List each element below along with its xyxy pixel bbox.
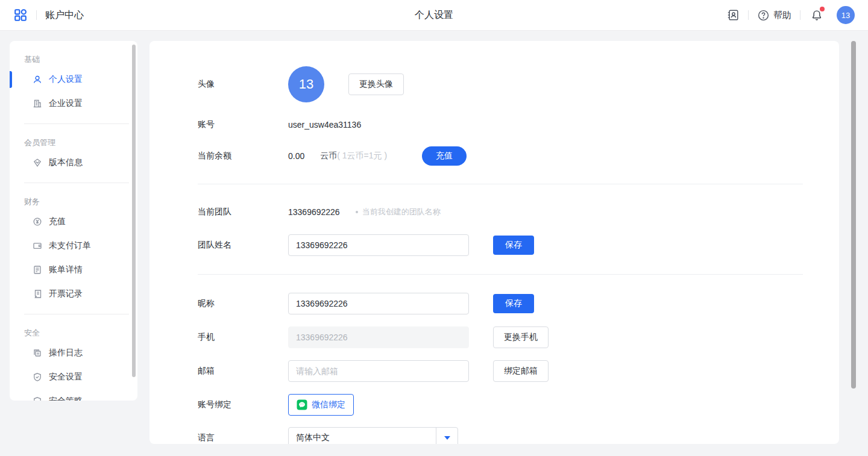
- section-divider: [198, 274, 803, 275]
- wallet-icon: [33, 241, 42, 251]
- receipt-icon: [33, 289, 42, 299]
- section-divider: [198, 184, 803, 184]
- notification-badge: [820, 7, 825, 11]
- balance-value: 0.00: [288, 151, 304, 161]
- shield-check-icon: [33, 372, 42, 382]
- email-label: 邮箱: [198, 366, 288, 376]
- shield-icon: [33, 396, 42, 401]
- page-scrollbar[interactable]: [851, 41, 856, 389]
- avatar-label: 头像: [198, 79, 288, 90]
- sidebar-item-label: 企业设置: [49, 98, 83, 109]
- sidebar-item-operation-log[interactable]: 操作日志: [10, 341, 137, 365]
- page-title: 个人设置: [415, 9, 453, 22]
- account-binding-row: 账号绑定 微信绑定: [198, 394, 803, 416]
- sidebar-item-label: 个人设置: [49, 74, 83, 85]
- sidebar-item-label: 安全策略: [49, 396, 83, 401]
- bill-icon: [33, 265, 42, 275]
- sidebar-section-membership: 会员管理: [24, 137, 137, 148]
- sidebar-item-label: 开票记录: [49, 289, 83, 299]
- team-name-input[interactable]: [288, 234, 469, 256]
- sidebar-item-company-settings[interactable]: 企业设置: [10, 92, 137, 116]
- change-phone-button[interactable]: 更换手机: [493, 326, 549, 348]
- save-nickname-button[interactable]: 保存: [493, 294, 534, 313]
- sidebar-item-security-settings[interactable]: 安全设置: [10, 365, 137, 389]
- bind-email-button[interactable]: 绑定邮箱: [493, 360, 549, 382]
- active-indicator: [10, 71, 12, 88]
- balance-label: 当前余额: [198, 151, 288, 161]
- team-name-label: 团队姓名: [198, 240, 288, 251]
- save-team-name-button[interactable]: 保存: [493, 236, 534, 255]
- contact-book-icon[interactable]: [726, 8, 740, 22]
- wechat-bind-label: 微信绑定: [312, 399, 345, 410]
- balance-row: 当前余额 0.00 云币 ( 1云币=1元 ) 充值: [198, 145, 803, 167]
- select-caret-box: [436, 428, 458, 444]
- app-title: 账户中心: [45, 9, 84, 22]
- nickname-input[interactable]: [288, 293, 469, 314]
- yen-circle-icon: [33, 217, 42, 226]
- language-select[interactable]: 简体中文: [288, 427, 458, 444]
- sidebar-item-recharge[interactable]: 充值: [10, 210, 137, 234]
- notification-bell-icon[interactable]: [810, 8, 823, 22]
- user-avatar[interactable]: 13: [837, 6, 855, 24]
- balance-unit: 云币: [320, 151, 337, 161]
- sidebar-scrollbar[interactable]: [132, 45, 136, 377]
- change-avatar-button[interactable]: 更换头像: [348, 73, 404, 95]
- header-divider: [800, 10, 800, 20]
- sidebar-item-label: 操作日志: [49, 348, 83, 358]
- phone-row: 手机 更换手机: [198, 326, 803, 348]
- sidebar-nav: 基础 个人设置 企业设置 会员管理 版本信息 财务: [10, 41, 137, 401]
- chevron-down-icon: [444, 436, 450, 440]
- sidebar-item-label: 账单详情: [49, 264, 83, 275]
- sidebar-item-security-policy[interactable]: 安全策略: [10, 389, 137, 401]
- sidebar-section-finance: 财务: [24, 196, 137, 207]
- help-button[interactable]: 帮助: [757, 9, 791, 22]
- team-hint-text: 当前我创建的团队名称: [362, 207, 441, 217]
- sidebar-item-invoice-records[interactable]: 开票记录: [10, 282, 137, 306]
- sidebar-item-bill-details[interactable]: 账单详情: [10, 258, 137, 282]
- team-name-row: 团队姓名 保存: [198, 234, 803, 256]
- sidebar-item-personal-settings[interactable]: 个人设置: [10, 67, 137, 92]
- team-label: 当前团队: [198, 207, 288, 217]
- profile-avatar: 13: [288, 66, 324, 102]
- header-actions: 帮助 13: [726, 6, 855, 24]
- sidebar-item-unpaid-orders[interactable]: 未支付订单: [10, 234, 137, 258]
- sidebar-divider: [24, 183, 129, 183]
- building-icon: [33, 99, 42, 108]
- user-icon: [33, 75, 42, 84]
- header-divider: [36, 10, 37, 20]
- header-divider: [748, 10, 749, 20]
- sidebar-divider: [24, 314, 129, 314]
- email-input[interactable]: [288, 360, 469, 382]
- account-row: 账号 user_usw4ea31136: [198, 114, 803, 136]
- avatar-row: 头像 13 更换头像: [198, 66, 803, 102]
- language-label: 语言: [198, 433, 288, 443]
- sidebar-section-basic: 基础: [24, 54, 137, 65]
- sidebar-item-label: 版本信息: [49, 157, 83, 168]
- phone-input: [288, 326, 469, 348]
- team-hint: 当前我创建的团队名称: [356, 207, 441, 217]
- wechat-bind-button[interactable]: 微信绑定: [288, 394, 354, 416]
- sidebar-item-version-info[interactable]: 版本信息: [10, 151, 137, 175]
- sidebar-section-security: 安全: [24, 328, 137, 339]
- sidebar-item-label: 充值: [49, 216, 66, 227]
- app-grid-icon[interactable]: [13, 8, 28, 22]
- team-value: 13369692226: [288, 207, 340, 217]
- gem-tag-icon: [33, 158, 42, 167]
- binding-label: 账号绑定: [198, 399, 288, 410]
- hint-dot: [356, 211, 358, 213]
- wechat-icon: [297, 399, 307, 410]
- top-header: 账户中心 个人设置 帮助: [0, 0, 868, 31]
- recharge-button[interactable]: 充值: [422, 146, 467, 166]
- account-value: user_usw4ea31136: [288, 120, 361, 130]
- help-label: 帮助: [773, 10, 791, 21]
- settings-panel: 头像 13 更换头像 账号 user_usw4ea31136 当前余额 0.00…: [149, 41, 839, 444]
- nickname-row: 昵称 保存: [198, 293, 803, 314]
- sidebar-item-label: 安全设置: [49, 372, 83, 383]
- sidebar-item-label: 未支付订单: [49, 240, 91, 251]
- nickname-label: 昵称: [198, 298, 288, 309]
- account-label: 账号: [198, 119, 288, 130]
- phone-label: 手机: [198, 332, 288, 343]
- sidebar-divider: [24, 123, 129, 124]
- language-row: 语言 简体中文: [198, 427, 803, 444]
- language-value: 简体中文: [289, 433, 436, 443]
